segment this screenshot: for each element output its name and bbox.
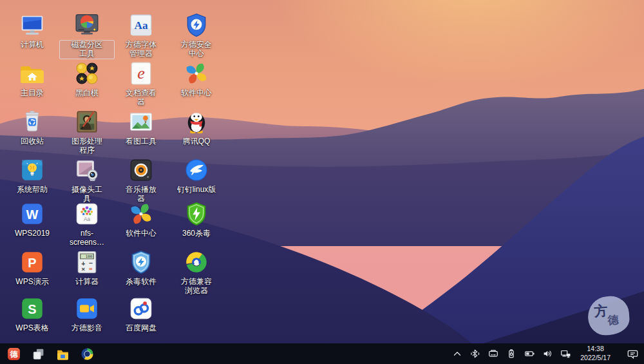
webcam-icon xyxy=(73,157,100,184)
notification-icon xyxy=(627,348,639,360)
desktop-icon-software-center[interactable]: 软件中心 xyxy=(169,60,223,98)
desktop-icon-home-directory[interactable]: 主目录 xyxy=(5,60,59,98)
bluetooth-button[interactable] xyxy=(469,347,482,360)
expand-tray-button[interactable] xyxy=(451,347,464,360)
file-manager-button[interactable] xyxy=(55,347,70,361)
desktop-icon-recycle-bin[interactable]: 回收站 xyxy=(5,108,59,146)
wps-w-icon: W xyxy=(19,200,46,227)
pinwheel-icon xyxy=(128,200,155,227)
help-bulb-icon xyxy=(19,157,46,184)
volume-button[interactable] xyxy=(541,347,554,360)
desktop-icon-360-antivirus[interactable]: 360杀毒 xyxy=(169,200,223,238)
window-switcher-button[interactable] xyxy=(31,347,45,361)
home-folder-icon xyxy=(19,60,46,87)
icon-label: 腾讯QQ xyxy=(171,137,222,146)
desktop-icon-fangde-security-center[interactable]: 方德安全 中心 xyxy=(169,12,223,59)
othello-icon xyxy=(73,60,100,87)
wps-p-icon: P xyxy=(19,249,46,276)
icon-label: WPS演示 xyxy=(6,278,58,287)
notification-center-button[interactable] xyxy=(626,347,639,360)
desktop-icon-disk-partition-tool[interactable]: 磁盘分区 工具 xyxy=(60,12,114,59)
desktop-icon-wps-spreadsheet[interactable]: S WPS表格 xyxy=(5,295,59,333)
desktop-icon-software-center-2[interactable]: 软件中心 xyxy=(114,200,168,238)
network-button[interactable] xyxy=(559,347,572,360)
seal-char-top: 方 xyxy=(594,302,609,320)
desktop-icon-tencent-qq[interactable]: 腾讯QQ xyxy=(169,108,223,146)
icon-label: 文档查看 器 xyxy=(115,89,167,107)
taskbar-clock[interactable]: 14:38 2022/5/17 xyxy=(580,345,611,362)
icon-label: 方德字体 管理器 xyxy=(115,41,167,59)
icon-label: 黑白棋 xyxy=(61,89,113,98)
font-manager-icon: Aa xyxy=(128,12,155,39)
speaker-icon xyxy=(128,157,155,184)
usb-device-button[interactable] xyxy=(505,347,518,360)
media-camera-icon xyxy=(73,295,100,322)
svg-text:P: P xyxy=(28,256,36,270)
svg-text:Aa: Aa xyxy=(134,19,148,32)
desktop-icon-graphics-editor[interactable]: 图形处理 程序 xyxy=(60,108,114,155)
icon-label: 磁盘分区 工具 xyxy=(60,41,114,59)
clock-time: 14:38 xyxy=(580,345,611,354)
desktop-icon-image-viewer[interactable]: 看图工具 xyxy=(114,108,168,146)
photo-viewer-icon xyxy=(128,108,155,135)
browser-swirl-icon xyxy=(183,249,210,276)
icon-label: 软件中心 xyxy=(171,89,222,98)
desktop-icon-antivirus-software[interactable]: 杀毒软件 xyxy=(114,249,168,287)
browser-icon xyxy=(80,347,94,361)
start-menu-button[interactable]: 德 xyxy=(6,347,21,361)
svg-text:=: = xyxy=(89,265,93,273)
desktop-icon-camera-tool[interactable]: 摄像头工 具 xyxy=(60,157,114,204)
clock-date: 2022/5/17 xyxy=(580,354,611,363)
usb-device-icon xyxy=(506,348,517,359)
shield-360-icon xyxy=(183,200,210,227)
icon-label: 看图工具 xyxy=(115,137,167,146)
pinwheel-icon xyxy=(183,60,210,87)
desktop-icon-wps-presentation[interactable]: P WPS演示 xyxy=(5,249,59,287)
start-menu-icon: 德 xyxy=(7,347,21,361)
browser-button[interactable] xyxy=(80,347,94,361)
volume-icon xyxy=(542,348,553,359)
icon-label: 图形处理 程序 xyxy=(61,137,113,155)
desktop-icon-calculator[interactable]: 100+−×= 计算器 xyxy=(60,249,114,287)
dingtalk-wing-icon xyxy=(183,157,210,184)
desktop-icon-othello-game[interactable]: 黑白棋 xyxy=(60,60,114,98)
icon-label: 百度网盘 xyxy=(115,324,167,333)
icon-label: 软件中心 xyxy=(115,229,167,238)
desktop-icon-baidu-netdisk[interactable]: 百度网盘 xyxy=(114,295,168,333)
icon-label: nfs- screens… xyxy=(61,229,113,247)
desktop-screen: 方 德 计算机 磁盘分区 工具 Aa 方德字体 管理器 方德安全 中心 主目录 … xyxy=(0,0,644,364)
removable-drive-icon xyxy=(488,348,499,359)
icon-label: 主目录 xyxy=(6,89,58,98)
svg-text:×: × xyxy=(81,265,85,273)
window-switcher-icon xyxy=(32,347,45,361)
icon-label: WPS2019 xyxy=(6,229,58,238)
icon-label: WPS表格 xyxy=(6,324,58,333)
svg-text:W: W xyxy=(26,207,39,222)
baidu-knot-icon xyxy=(128,295,155,322)
desktop-icon-fangde-browser[interactable]: 方德兼容 浏览器 xyxy=(169,249,223,296)
svg-text:德: 德 xyxy=(9,350,18,359)
desktop-icon-music-player[interactable]: 音乐播放 器 xyxy=(114,157,168,204)
battery-button[interactable] xyxy=(523,347,536,360)
desktop-icon-document-viewer[interactable]: e 文档查看 器 xyxy=(114,60,168,107)
icon-label: 计算器 xyxy=(61,278,113,287)
taskbar-tray: 14:38 2022/5/17 xyxy=(451,345,639,362)
desktop-icon-wps2019[interactable]: W WPS2019 xyxy=(5,200,59,238)
desktop-icon-computer[interactable]: 计算机 xyxy=(5,12,59,50)
desktop-icon-dingtalk-linux[interactable]: 钉钉linux版 xyxy=(169,157,223,195)
svg-text:S: S xyxy=(28,302,36,316)
evince-icon: e xyxy=(128,60,155,87)
gimp-icon xyxy=(73,108,100,135)
desktop-icon-system-help[interactable]: 系统帮助 xyxy=(5,157,59,195)
svg-text:Aa: Aa xyxy=(84,216,91,222)
icon-label: 回收站 xyxy=(6,137,58,146)
svg-text:100: 100 xyxy=(86,254,93,258)
icon-label: 计算机 xyxy=(6,41,58,50)
removable-drive-button[interactable] xyxy=(487,347,500,360)
qq-penguin-icon xyxy=(183,108,210,135)
screensaver-dots-icon: Aa xyxy=(73,200,100,227)
desktop-icon-fangde-media[interactable]: 方德影音 xyxy=(60,295,114,333)
icon-label: 360杀毒 xyxy=(171,229,222,238)
desktop-icon-nfs-screensaver[interactable]: Aa nfs- screens… xyxy=(60,200,114,247)
desktop-icon-fangde-font-manager[interactable]: Aa 方德字体 管理器 xyxy=(114,12,168,59)
